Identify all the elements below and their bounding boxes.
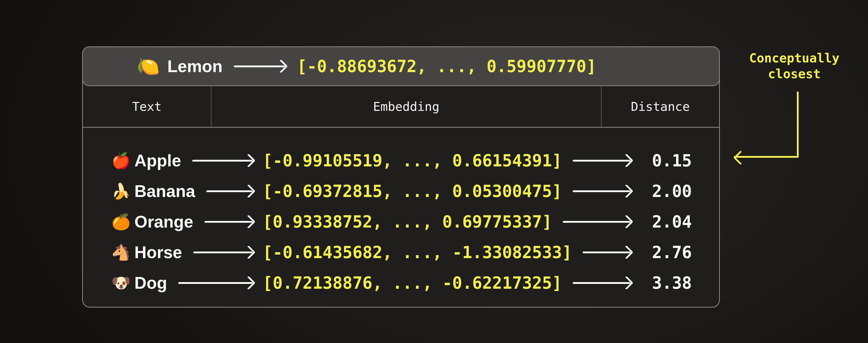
arrow-icon [573, 282, 630, 284]
embedding-value: [-0.99105519, ..., 0.66154391] [262, 151, 562, 170]
annotation-arrowhead-left-icon [733, 150, 748, 165]
row-label: Banana [134, 181, 195, 201]
embedding-to-distance [562, 191, 640, 192]
text-cell: 🐴 Horse [112, 243, 262, 262]
orange-emoji-icon: 🍊 [112, 214, 134, 229]
arrow-icon [206, 191, 252, 192]
dog-emoji-icon: 🐶 [112, 275, 134, 290]
query-arrow-icon [234, 66, 285, 67]
lemon-emoji-icon: 🍋 [137, 57, 160, 75]
table-header-row: Text Embedding Distance [83, 86, 719, 128]
table-row-apple: 🍎 Apple [-0.99105519, ..., 0.66154391] 0… [83, 152, 719, 169]
annotation-line1: Conceptually [734, 50, 854, 66]
arrow-icon [573, 191, 630, 192]
table-row-orange: 🍊 Orange [0.93338752, ..., 0.69775337] 2… [83, 213, 719, 230]
annotation-line2: closest [734, 66, 854, 82]
row-label: Orange [134, 212, 193, 231]
embedding-to-distance [562, 160, 640, 162]
embedding-table-card: 🍋 Lemon [-0.88693672, ..., 0.59907770] T… [82, 46, 720, 308]
embedding-to-distance [562, 282, 640, 284]
row-label: Apple [134, 151, 181, 170]
distance-value: 2.04 [640, 212, 704, 231]
table-row-banana: 🍌 Banana [-0.69372815, ..., 0.05300475] … [83, 183, 719, 200]
arrow-icon [193, 251, 252, 253]
table-row-dog: 🐶 Dog [0.72138876, ..., -0.62217325] 3.3… [83, 274, 719, 291]
banana-emoji-icon: 🍌 [112, 183, 134, 199]
distance-value: 2.00 [640, 182, 704, 201]
arrow-icon [178, 282, 252, 284]
distance-value: 3.38 [640, 273, 704, 293]
annotation-arrow-vertical-line [797, 92, 799, 158]
embedding-to-distance [552, 221, 640, 223]
query-row: 🍋 Lemon [-0.88693672, ..., 0.59907770] [82, 46, 720, 86]
column-header-text: Text [83, 86, 211, 127]
query-embedding-value: [-0.88693672, ..., 0.59907770] [297, 57, 596, 76]
embedding-value: [-0.61435682, ..., -1.33082533] [262, 243, 572, 262]
apple-emoji-icon: 🍎 [112, 153, 134, 168]
embedding-value: [-0.69372815, ..., 0.05300475] [262, 182, 562, 201]
text-cell: 🐶 Dog [112, 273, 262, 293]
embedding-value: [0.93338752, ..., 0.69775337] [262, 212, 552, 231]
distance-value: 0.15 [640, 151, 704, 170]
canvas: 🍋 Lemon [-0.88693672, ..., 0.59907770] T… [0, 0, 868, 343]
table-row-horse: 🐴 Horse [-0.61435682, ..., -1.33082533] … [83, 244, 719, 261]
arrow-icon [583, 251, 630, 253]
distance-value: 2.76 [640, 243, 704, 262]
arrow-icon [563, 221, 630, 223]
embedding-to-distance [572, 251, 640, 253]
text-cell: 🍎 Apple [112, 151, 262, 170]
column-header-embedding: Embedding [211, 86, 601, 127]
arrow-icon [573, 160, 630, 162]
annotation-label: Conceptually closest [734, 50, 854, 82]
row-label: Dog [134, 273, 167, 293]
row-label: Horse [134, 243, 182, 262]
query-label: Lemon [167, 57, 222, 76]
table-body: 🍎 Apple [-0.99105519, ..., 0.66154391] 0… [83, 128, 719, 307]
text-cell: 🍌 Banana [112, 181, 262, 201]
arrow-icon [192, 160, 252, 162]
embedding-value: [0.72138876, ..., -0.62217325] [262, 273, 562, 293]
horse-emoji-icon: 🐴 [112, 245, 134, 260]
text-cell: 🍊 Orange [112, 212, 262, 231]
column-header-distance: Distance [601, 86, 719, 127]
arrow-icon [205, 221, 252, 223]
